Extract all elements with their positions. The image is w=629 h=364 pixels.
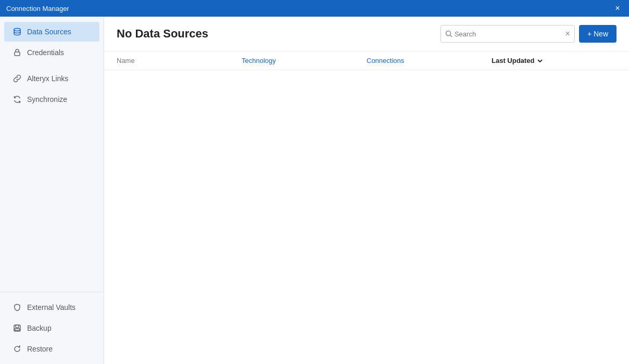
sidebar-item-label: Backup bbox=[27, 324, 52, 332]
search-input[interactable] bbox=[455, 30, 565, 38]
header-actions: × + New bbox=[441, 25, 617, 43]
restore-icon bbox=[12, 344, 22, 354]
new-button[interactable]: + New bbox=[579, 25, 617, 43]
svg-point-5 bbox=[446, 31, 450, 36]
save-icon bbox=[12, 323, 22, 333]
search-icon bbox=[445, 30, 452, 37]
sidebar-item-external-vaults[interactable]: External Vaults bbox=[4, 297, 99, 317]
column-name: Name bbox=[117, 57, 242, 64]
sidebar-item-label: Data Sources bbox=[27, 28, 71, 36]
search-box[interactable]: × bbox=[441, 25, 575, 43]
sidebar-item-restore[interactable]: Restore bbox=[4, 339, 99, 359]
column-technology[interactable]: Technology bbox=[242, 57, 367, 64]
sidebar-item-label: Alteryx Links bbox=[27, 74, 68, 83]
app-container: Data Sources Credentials bbox=[0, 17, 629, 364]
svg-rect-1 bbox=[15, 52, 20, 56]
sidebar-top: Data Sources Credentials bbox=[0, 17, 104, 292]
sidebar-item-alteryx-links[interactable]: Alteryx Links bbox=[4, 69, 99, 88]
sort-desc-icon bbox=[536, 57, 544, 64]
app-title: Connection Manager bbox=[6, 5, 69, 12]
column-last-updated[interactable]: Last Updated bbox=[492, 57, 617, 64]
sidebar-item-label: Credentials bbox=[27, 48, 64, 57]
sidebar-item-data-sources[interactable]: Data Sources bbox=[4, 22, 99, 42]
shield-icon bbox=[12, 303, 22, 312]
sidebar-bottom: External Vaults Backup bbox=[0, 292, 104, 364]
main-header: No Data Sources × + New bbox=[104, 17, 629, 51]
table-header: Name Technology Connections Last Updated bbox=[104, 51, 629, 70]
database-icon bbox=[12, 27, 22, 36]
main-content: No Data Sources × + New Name Tech bbox=[104, 17, 629, 364]
svg-line-6 bbox=[450, 35, 452, 37]
sidebar-item-synchronize[interactable]: Synchronize bbox=[4, 89, 99, 109]
svg-point-0 bbox=[14, 29, 20, 31]
page-title: No Data Sources bbox=[117, 27, 208, 41]
sync-icon bbox=[12, 95, 22, 104]
search-clear-button[interactable]: × bbox=[565, 29, 570, 38]
sidebar-item-label: External Vaults bbox=[27, 303, 76, 311]
content-area bbox=[104, 70, 629, 364]
sidebar-item-label: Restore bbox=[27, 345, 53, 353]
column-connections[interactable]: Connections bbox=[367, 57, 492, 64]
close-button[interactable]: × bbox=[612, 3, 623, 14]
sidebar-item-backup[interactable]: Backup bbox=[4, 318, 99, 338]
title-bar: Connection Manager × bbox=[0, 0, 629, 17]
sidebar-item-credentials[interactable]: Credentials bbox=[4, 43, 99, 62]
svg-rect-4 bbox=[15, 329, 20, 331]
sidebar-item-label: Synchronize bbox=[27, 95, 67, 103]
lock-icon bbox=[12, 48, 22, 57]
svg-rect-3 bbox=[16, 325, 19, 328]
sidebar: Data Sources Credentials bbox=[0, 17, 104, 364]
link-icon bbox=[12, 74, 22, 83]
